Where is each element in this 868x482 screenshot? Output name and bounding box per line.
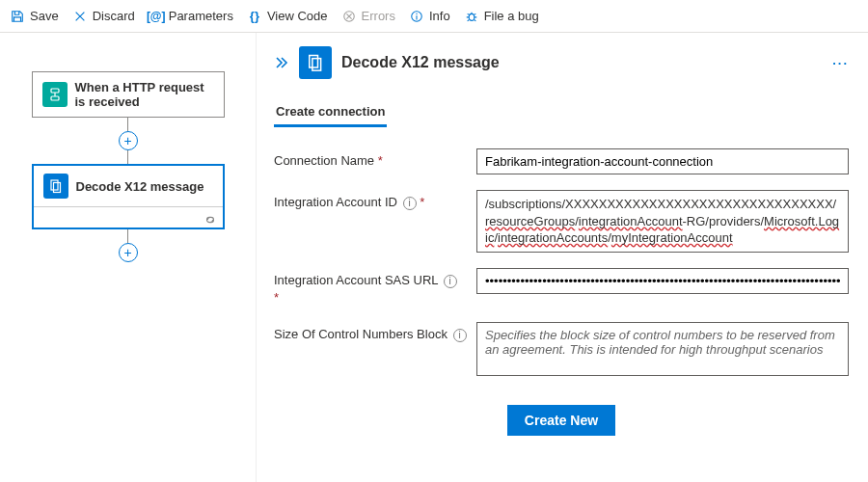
info-label: Info — [429, 9, 450, 23]
save-button[interactable]: Save — [10, 9, 59, 24]
discard-label: Discard — [93, 9, 135, 23]
svg-rect-5 — [51, 89, 59, 93]
filebug-button[interactable]: File a bug — [464, 9, 539, 24]
svg-rect-8 — [53, 183, 60, 193]
filebug-label: File a bug — [484, 9, 539, 23]
toolbar: Save Discard [@] Parameters {} View Code… — [0, 0, 868, 33]
collapse-panel-button[interactable] — [274, 56, 289, 69]
input-connection-name[interactable] — [476, 148, 849, 174]
designer-canvas[interactable]: When a HTTP request is received + Decode… — [0, 33, 256, 482]
connection-form: Connection Name * Integration Account ID… — [274, 148, 849, 436]
label-integration-account-id: Integration Account ID i * — [274, 190, 467, 211]
x12-icon — [43, 174, 68, 199]
save-icon — [10, 9, 25, 24]
svg-point-2 — [416, 13, 417, 13]
discard-icon — [72, 9, 88, 24]
info-icon — [409, 9, 424, 24]
panel-title: Decode X12 message — [341, 54, 823, 71]
input-block-size[interactable]: Specifies the block size of control numb… — [476, 322, 849, 376]
input-sas-url[interactable] — [476, 268, 849, 294]
svg-rect-9 — [310, 56, 318, 68]
info-icon-block-size[interactable]: i — [453, 329, 467, 342]
http-trigger-icon — [42, 82, 68, 107]
save-label: Save — [30, 9, 59, 23]
trigger-title: When a HTTP request is received — [75, 80, 214, 109]
errors-button: Errors — [341, 9, 395, 24]
errors-label: Errors — [362, 9, 395, 23]
tab-create-connection[interactable]: Create connection — [274, 98, 387, 127]
svg-point-4 — [469, 13, 475, 20]
viewcode-button[interactable]: {} View Code — [247, 9, 328, 24]
label-sas-url: Integration Account SAS URL i * — [274, 268, 467, 307]
label-block-size: Size Of Control Numbers Block i — [274, 322, 467, 343]
panel-tabs: Create connection — [274, 93, 849, 127]
connection-indicator-icon — [203, 214, 217, 226]
parameters-button[interactable]: [@] Parameters — [149, 9, 233, 24]
svg-rect-6 — [51, 96, 59, 100]
panel-x12-icon — [299, 46, 332, 79]
label-connection-name: Connection Name * — [274, 148, 467, 170]
discard-button[interactable]: Discard — [72, 9, 135, 24]
info-icon-integration-id[interactable]: i — [403, 197, 417, 210]
bug-icon — [464, 9, 479, 24]
panel-more-button[interactable]: ··· — [832, 56, 849, 70]
parameters-label: Parameters — [169, 9, 233, 23]
svg-rect-7 — [51, 180, 58, 190]
create-new-button[interactable]: Create New — [507, 405, 615, 436]
svg-rect-10 — [312, 59, 321, 71]
action-card[interactable]: Decode X12 message — [32, 164, 225, 229]
details-panel: Decode X12 message ··· Create connection… — [256, 33, 868, 482]
info-button[interactable]: Info — [409, 9, 450, 24]
connector-1: + — [24, 118, 231, 164]
code-icon: {} — [247, 9, 262, 24]
errors-icon — [341, 9, 357, 24]
trigger-card[interactable]: When a HTTP request is received — [32, 71, 225, 118]
add-step-button-2[interactable]: + — [119, 243, 138, 262]
input-integration-account-id[interactable]: /subscriptions/XXXXXXXXXXXXXXXXXXXXXXXXX… — [476, 190, 849, 253]
add-step-button-1[interactable]: + — [119, 131, 138, 150]
svg-rect-3 — [416, 15, 417, 19]
info-icon-sas-url[interactable]: i — [444, 275, 457, 288]
viewcode-label: View Code — [267, 9, 328, 23]
connector-2: + — [24, 229, 231, 262]
action-title: Decode X12 message — [76, 179, 204, 194]
parameters-icon: [@] — [149, 9, 164, 24]
